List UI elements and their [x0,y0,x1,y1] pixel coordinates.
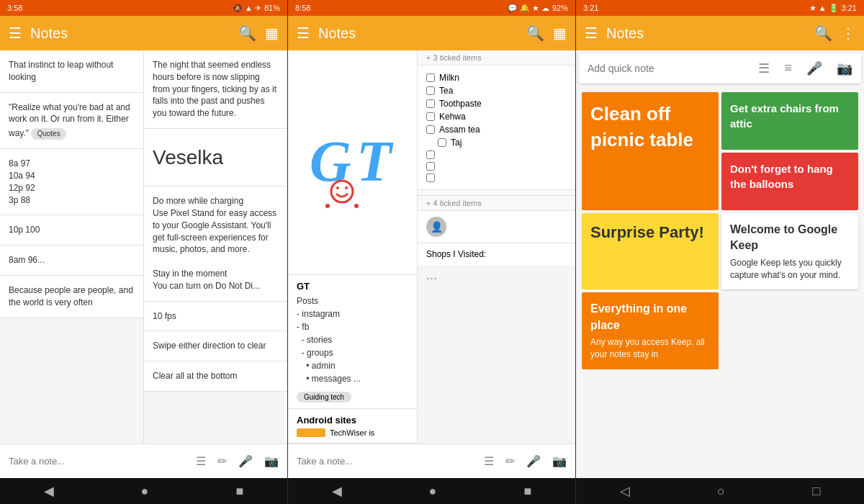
nav-bar-3: ◁ ○ □ [576,478,864,504]
check-empty3[interactable] [426,174,435,182]
more-options: ... [418,265,575,286]
menu-icon-1[interactable]: ☰ [9,24,22,42]
keep-card-clean-picnic[interactable]: Clean off picnic table [582,92,719,210]
ticked-label-1[interactable]: + 3 ticked items [418,50,575,66]
camera-icon-1[interactable]: 📷 [264,454,279,468]
check-assam[interactable] [426,125,435,134]
grid-icon-keep[interactable]: ☰ [758,60,770,76]
list-item[interactable]: Because people are people, and the world… [0,276,143,318]
keep-card-surprise[interactable]: Surprise Party! [582,213,719,289]
menu-icon-3[interactable]: ☰ [585,24,598,42]
avatar-icon: 👤 [426,217,446,237]
check-empty2[interactable] [426,162,435,171]
right-col-1: The night that seemed endless hours befo… [144,50,287,444]
mic-icon-1[interactable]: 🎤 [238,454,253,468]
take-note-input-1[interactable] [9,456,196,467]
list-item[interactable]: "Realize what you're bad at and work on … [0,93,143,150]
list-item[interactable]: Veselka [144,129,287,186]
clean-picnic-text: Clean off picnic table [590,103,693,150]
check-empty1[interactable] [426,150,435,159]
recents-icon-3[interactable]: □ [812,484,820,499]
checklist-item[interactable]: Taj [426,136,567,149]
drawing-area[interactable]: G T [288,50,417,275]
search-icon-1[interactable]: 🔍 [238,24,256,42]
toolbar-title-1: Notes [30,25,230,42]
check-milkn[interactable] [426,73,435,82]
home-icon-1[interactable]: ● [141,484,149,499]
keep-grid-area: Clean off picnic table Get extra chairs … [576,86,864,478]
camera-icon-2[interactable]: 📷 [552,454,567,468]
more-icon-3[interactable]: ⋮ [841,24,855,42]
menu-icon-2[interactable]: ☰ [297,24,310,42]
android-sites-note[interactable]: Android sites TechWiser is [288,409,417,444]
checklist-item[interactable] [426,149,567,161]
android-sites-title: Android sites [297,415,408,426]
pencil-icon-2[interactable]: ✏ [505,454,515,468]
list-item[interactable]: Clear all at the bottom [144,361,287,392]
back-icon-1[interactable]: ◀ [44,483,54,499]
recents-icon-1[interactable]: ■ [236,484,244,499]
checklist-item[interactable] [426,172,567,184]
list-icon-keep[interactable]: ≡ [784,60,792,76]
list-item[interactable]: Swipe either direction to clear [144,331,287,361]
nav-bar-2: ◀ ● ■ [288,478,575,504]
pencil-icon-1[interactable]: ✏ [217,454,227,468]
grid-icon-1[interactable]: ▦ [265,24,279,42]
toothpaste-label: Toothpaste [439,99,482,109]
svg-text:T: T [356,130,394,193]
gt-note[interactable]: GT Posts - instagram - fb - stories - gr… [288,275,417,409]
checklist-item[interactable]: Toothpaste [426,97,567,110]
search-icon-2[interactable]: 🔍 [526,24,544,42]
checklist-col: + 3 ticked items Milkn Tea Toothpaste Ke… [418,50,575,444]
phone-3: 3:21 ★ ▲ 🔋 3:21 ☰ Notes 🔍 ⋮ ☰ ≡ 🎤 📷 Clea… [576,0,864,504]
list-item[interactable]: 8am 96... [0,246,143,276]
checklist-item[interactable]: Assam tea [426,123,567,136]
svg-point-5 [325,204,330,208]
list-item[interactable]: 8a 9710a 9412p 923p 88 [0,149,143,215]
back-icon-3[interactable]: ◁ [620,483,630,499]
check-tea[interactable] [426,86,435,95]
list-item[interactable]: 10p 100 [0,215,143,246]
recents-icon-2[interactable]: ■ [524,484,532,499]
camera-icon-keep[interactable]: 📷 [837,60,852,76]
everything-title: Everything in one place [590,301,710,333]
checklist-item[interactable]: Milkn [426,71,567,84]
ticked-label-2[interactable]: + 4 ticked items [418,196,575,211]
list-item[interactable]: Do more while chargingUse Pixel Stand fo… [144,186,287,301]
keep-card-welcome[interactable]: Welcome to Google Keep Google Keep lets … [721,213,858,289]
keep-card-balloons[interactable]: Don't forget to hang the balloons [721,153,858,210]
mic-icon-keep[interactable]: 🎤 [806,60,822,76]
search-icon-3[interactable]: 🔍 [814,24,832,42]
checklist-item[interactable] [426,161,567,172]
checklist-item[interactable]: Tea [426,84,567,97]
status-icons-2: 💬 🔔 ★ ☁ 92% [508,4,568,13]
keep-card-everything[interactable]: Everything in one place Any way you acce… [582,292,719,369]
time-2: 8:58 [295,4,310,12]
list-item[interactable]: The night that seemed endless hours befo… [144,50,287,129]
home-icon-2[interactable]: ● [429,484,437,499]
list-item[interactable]: 10 fps [144,302,287,332]
surprise-text: Surprise Party! [590,223,704,241]
check-toothpaste[interactable] [426,99,435,108]
check-taj[interactable] [438,138,446,147]
svg-point-6 [354,204,359,208]
toolbar-3: ☰ Notes 🔍 ⋮ [576,16,864,50]
android-bar [297,428,325,437]
android-subtitle: TechWiser is [330,428,374,437]
take-note-input-2[interactable] [297,456,484,467]
mic-icon-2[interactable]: 🎤 [526,454,541,468]
back-icon-2[interactable]: ◀ [332,483,342,499]
list-item[interactable]: That instinct to leap without looking [0,50,143,93]
checklist-item[interactable]: Kehwa [426,110,567,123]
left-col-1: That instinct to leap without looking "R… [0,50,144,444]
grid-icon-2[interactable]: ▦ [553,24,567,42]
keep-grid: Clean off picnic table Get extra chairs … [579,89,861,372]
list-icon-2[interactable]: ☰ [484,454,494,468]
svg-text:G: G [310,130,351,193]
check-kehwa[interactable] [426,112,435,121]
home-icon-3[interactable]: ○ [717,484,725,499]
status-bar-3: 3:21 ★ ▲ 🔋 3:21 [576,0,864,16]
list-icon-1[interactable]: ☰ [196,454,206,468]
quick-note-input[interactable] [588,63,758,74]
keep-card-get-chairs[interactable]: Get extra chairs from attic [721,92,858,150]
